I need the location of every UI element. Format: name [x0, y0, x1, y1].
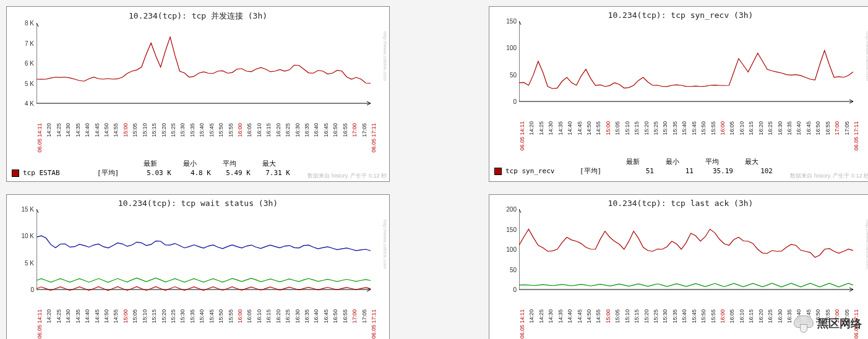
legend-stat-value: 11: [654, 167, 694, 175]
x-tick-label: 16:55: [342, 123, 348, 137]
x-tick-label: 14:30: [65, 123, 71, 137]
y-tick-label: 0: [513, 286, 517, 293]
x-tick-label: 14:55: [113, 309, 119, 324]
x-tick-label: 16:55: [825, 121, 831, 135]
x-tick-label: 14:30: [65, 309, 71, 324]
x-tick-label: 15:45: [691, 309, 697, 324]
x-tick-label: 16:50: [815, 121, 821, 135]
x-tick-label: 14:50: [103, 123, 110, 137]
mushroom-icon: [793, 314, 814, 333]
x-tick-label: 06.05 17:11: [371, 309, 377, 339]
y-tick-label: 50: [510, 71, 517, 78]
chart-title: 10.234(tcp): tcp last ack (3h): [489, 195, 868, 209]
chart-svg: [519, 209, 853, 297]
series-line: [37, 278, 371, 282]
chart-title: 10.234(tcp): tcp wait status (3h): [7, 195, 389, 209]
x-tick-label: 14:35: [75, 309, 81, 324]
x-tick-label: 15:00: [122, 123, 129, 137]
legend-series-name: tcp syn_recv: [505, 167, 580, 175]
x-tick-label: 16:40: [313, 309, 319, 324]
x-tick-label: 06.05 14:11: [37, 123, 43, 153]
x-tick-label: 16:30: [294, 123, 301, 137]
x-tick-label: 14:45: [94, 309, 100, 324]
y-axis-labels: 050100150: [496, 21, 517, 120]
legend-swatch: [494, 168, 502, 175]
chart-area: 05 K10 K15 K: [37, 209, 372, 308]
x-tick-label: 14:20: [528, 309, 535, 324]
x-tick-label: 15:55: [710, 121, 716, 135]
x-tick-label: 15:15: [634, 121, 640, 135]
x-tick-label: 16:00: [720, 309, 726, 324]
x-tick-label: 15:55: [228, 123, 234, 137]
x-tick-label: 15:40: [681, 121, 687, 135]
legend-header: 平均: [210, 159, 249, 168]
y-tick-label: 15 K: [21, 206, 34, 213]
x-tick-label: 15:30: [179, 123, 186, 137]
x-tick-label: 15:25: [653, 309, 659, 324]
x-tick-label: 15:35: [672, 121, 678, 135]
x-tick-label: 16:05: [246, 123, 252, 137]
x-tick-label: 15:10: [142, 123, 148, 137]
x-tick-label: 15:25: [170, 309, 176, 324]
x-tick-label: 17:05: [844, 121, 850, 135]
x-tick-label: 15:55: [710, 309, 716, 324]
x-tick-label: 16:35: [304, 309, 310, 324]
x-tick-label: 16:00: [237, 123, 243, 137]
legend-header-row: 最新最小平均最大: [494, 157, 867, 166]
x-tick-label: 14:30: [548, 309, 554, 324]
x-tick-label: 16:00: [720, 121, 726, 135]
x-tick-label: 15:45: [208, 123, 215, 137]
y-axis-labels: 050100150200: [496, 209, 517, 308]
x-tick-label: 14:45: [577, 309, 583, 324]
legend-stat-value: 4.8 K: [171, 169, 211, 177]
x-tick-label: 14:25: [538, 309, 544, 324]
x-tick-label: 14:55: [595, 309, 601, 324]
x-tick-label: 17:05: [361, 123, 367, 137]
x-tick-label: 14:40: [567, 121, 573, 135]
x-tick-label: 16:25: [767, 309, 773, 324]
chart-area: 050100150: [519, 21, 854, 120]
x-tick-label: 16:40: [313, 123, 319, 137]
y-tick-label: 100: [506, 45, 517, 51]
legend-stat-value: 5.03 K: [132, 169, 171, 177]
x-tick-label: 16:15: [265, 123, 272, 137]
footer-note: 数据来自 history. 产生于 0.12 秒: [307, 172, 387, 180]
series-line: [37, 236, 371, 251]
chart-area: 4 K5 K6 K7 K8 K: [37, 23, 372, 122]
x-tick-label: 14:20: [46, 309, 52, 324]
x-tick-label: 15:10: [142, 309, 148, 324]
x-tick-label: 15:05: [132, 123, 138, 137]
x-tick-label: 17:00: [351, 123, 358, 137]
x-tick-label: 16:15: [748, 121, 754, 135]
legend-header: 最小: [653, 157, 692, 166]
x-tick-label: 16:30: [294, 309, 301, 324]
legend-stat-value: 102: [733, 167, 773, 175]
x-tick-label: 14:30: [548, 121, 554, 135]
y-tick-label: 4 K: [25, 100, 34, 107]
x-tick-label: 15:30: [662, 121, 668, 135]
x-tick-label: 14:20: [46, 123, 52, 137]
x-tick-label: 15:15: [151, 123, 157, 137]
x-tick-label: 16:30: [777, 121, 783, 135]
x-tick-label: 14:55: [595, 121, 601, 135]
x-tick-label: 14:20: [528, 121, 535, 135]
legend-header: 最新: [131, 159, 170, 168]
x-tick-label: 06.05 14:11: [37, 309, 43, 339]
x-tick-label: 14:35: [75, 123, 81, 137]
x-tick-label: 14:45: [577, 121, 583, 135]
y-tick-label: 0: [30, 286, 34, 293]
y-tick-label: 6 K: [25, 60, 34, 67]
y-tick-label: 150: [506, 18, 517, 25]
watermark: 黑区网络: [793, 314, 862, 333]
x-tick-label: 15:45: [208, 309, 215, 324]
legend-stat-value: 35.19: [694, 167, 733, 175]
y-tick-label: 50: [510, 266, 517, 273]
chart-panel: 10.234(tcp): tcp syn_recv (3h)0501001500…: [489, 6, 868, 182]
legend-stat-value: 7.31 K: [251, 169, 290, 177]
x-tick-label: 16:45: [806, 121, 812, 135]
x-tick-label: 16:20: [275, 309, 281, 324]
x-tick-label: 16:30: [777, 309, 783, 324]
chart-svg: [519, 21, 853, 109]
x-tick-label: 14:25: [538, 121, 544, 135]
x-tick-label: 16:35: [304, 123, 310, 137]
